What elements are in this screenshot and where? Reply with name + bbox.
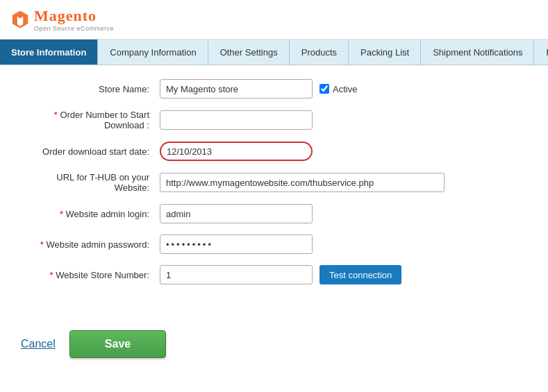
order-download-input[interactable] [160, 142, 313, 161]
logo-text: Magento [34, 7, 97, 25]
admin-login-row: * Website admin login: [21, 204, 527, 223]
admin-login-required-star: * [60, 209, 66, 219]
tab-other-settings[interactable]: Other Settings [208, 40, 290, 65]
cancel-button[interactable]: Cancel [21, 338, 56, 350]
order-number-input[interactable] [160, 110, 313, 130]
url-row: URL for T-HUB on your Website: [21, 172, 527, 193]
store-number-row: * Website Store Number: Test connection [21, 265, 527, 284]
active-checkbox[interactable] [319, 84, 329, 94]
store-name-label: Store Name: [21, 84, 160, 94]
order-download-label: Order download start date: [21, 146, 160, 157]
order-download-row: Order download start date: [21, 142, 527, 161]
admin-password-label: * Website admin password: [21, 239, 160, 250]
store-number-input[interactable] [160, 265, 313, 284]
footer: Cancel Save [0, 316, 548, 372]
tabs-bar: Store Information Company Information Ot… [0, 40, 548, 65]
store-name-input[interactable] [160, 79, 313, 99]
tab-shipment-notifications[interactable]: Shipment Notifications [421, 40, 534, 65]
tab-fullfilment[interactable]: Fullfilment [534, 40, 548, 65]
admin-password-input[interactable] [160, 235, 313, 254]
header: Magento Open Source eCommerce [0, 0, 548, 40]
url-label: URL for T-HUB on your Website: [21, 172, 160, 193]
logo-wrapper: Magento Open Source eCommerce [10, 7, 114, 32]
magento-logo-icon [10, 10, 30, 29]
order-number-row: * Order Number to Start Download : [21, 110, 527, 130]
store-number-label: * Website Store Number: [21, 270, 160, 280]
tab-packing-list[interactable]: Packing List [349, 40, 421, 65]
admin-password-row: * Website admin password: [21, 235, 527, 254]
test-connection-button[interactable]: Test connection [319, 265, 401, 284]
active-label: Active [333, 84, 357, 94]
logo-container: Magento Open Source eCommerce [34, 7, 114, 32]
content-area: Store Name: Active * Order Number to Sta… [0, 65, 548, 309]
order-number-label: * Order Number to Start Download : [21, 110, 160, 130]
admin-login-label: * Website admin login: [21, 209, 160, 219]
save-button[interactable]: Save [69, 330, 166, 358]
tab-company-information[interactable]: Company Information [98, 40, 208, 65]
store-name-row: Store Name: Active [21, 79, 527, 99]
url-input[interactable] [160, 173, 445, 192]
logo-sub: Open Source eCommerce [34, 25, 114, 32]
active-row: Active [319, 84, 357, 94]
store-number-required-star: * [49, 270, 56, 280]
tab-products[interactable]: Products [290, 40, 349, 65]
tab-store-information[interactable]: Store Information [0, 40, 98, 65]
admin-login-input[interactable] [160, 204, 313, 223]
